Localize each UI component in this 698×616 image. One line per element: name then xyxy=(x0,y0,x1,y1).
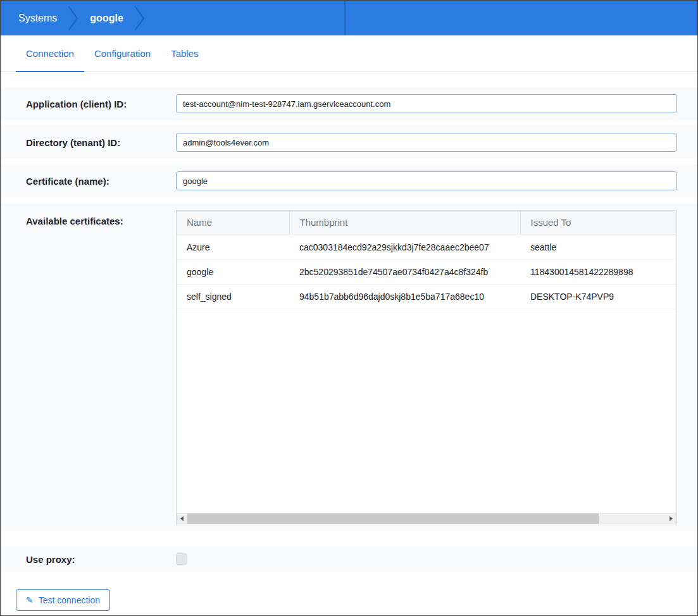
tab-bar: Connection Configuration Tables xyxy=(1,35,697,72)
form-row-directory-tenant-id: Directory (tenant) ID: xyxy=(1,126,697,159)
scroll-left-icon[interactable] xyxy=(177,514,187,524)
certificates-header-row: Name Thumbprint Issued To xyxy=(177,211,676,235)
header-divider xyxy=(344,1,346,35)
cell-issued-to[interactable]: 118430014581422289898 xyxy=(520,259,676,284)
form-row-available-certificates: Available certificates: Name Thumbprint … xyxy=(1,203,697,531)
tab-configuration[interactable]: Configuration xyxy=(84,35,161,72)
connection-form: Application (client) ID: Directory (tena… xyxy=(1,72,697,611)
tab-tables[interactable]: Tables xyxy=(161,35,208,72)
certificate-row-self-signed[interactable]: self_signed 94b51b7abb6d96dajd0skj8b1e5b… xyxy=(177,284,676,309)
cell-thumbprint[interactable]: cac0303184ecd92a29sjkkd3j7fe28caaec2bee0… xyxy=(289,235,520,259)
breadcrumb-chevron-icon xyxy=(134,4,146,33)
scroll-right-icon[interactable] xyxy=(666,514,676,524)
directory-tenant-id-label: Directory (tenant) ID: xyxy=(26,137,176,148)
scrollbar-track[interactable] xyxy=(187,514,666,524)
breadcrumb-google-label: google xyxy=(90,13,123,23)
system-connection-window: Systems google Connection Configuration … xyxy=(0,0,698,616)
scrollbar-thumb[interactable] xyxy=(187,514,599,524)
cell-name[interactable]: self_signed xyxy=(177,284,289,309)
certificate-name-label: Certificate (name): xyxy=(26,176,176,187)
column-header-name[interactable]: Name xyxy=(177,211,289,235)
header: Systems google xyxy=(1,1,697,35)
certificate-row-azure[interactable]: Azure cac0303184ecd92a29sjkkd3j7fe28caae… xyxy=(177,235,676,259)
form-row-use-proxy: Use proxy: xyxy=(1,546,697,572)
cell-thumbprint[interactable]: 94b51b7abb6d96dajd0skj8b1e5ba717a68ec10 xyxy=(289,284,520,309)
column-header-thumbprint[interactable]: Thumbprint xyxy=(289,211,520,235)
breadcrumb-chevron-icon xyxy=(67,4,80,33)
cell-name[interactable]: google xyxy=(177,259,289,284)
horizontal-scrollbar[interactable] xyxy=(177,513,676,524)
test-connection-label: Test connection xyxy=(39,595,100,605)
breadcrumb-google[interactable]: google xyxy=(86,13,127,24)
cell-issued-to[interactable]: DESKTOP-K74PVP9 xyxy=(520,284,676,309)
certificate-row-google[interactable]: google 2bc520293851de74507ae0734f0427a4c… xyxy=(177,259,676,284)
cell-issued-to[interactable]: seattle xyxy=(520,235,676,259)
breadcrumb-systems[interactable]: Systems xyxy=(15,13,61,24)
test-connection-button[interactable]: ✎ Test connection xyxy=(16,589,110,611)
form-row-certificate-name: Certificate (name): xyxy=(1,164,697,197)
certificate-name-input[interactable] xyxy=(176,171,677,190)
tab-tables-label: Tables xyxy=(171,48,198,59)
app-client-id-label: Application (client) ID: xyxy=(26,99,176,109)
pencil-icon: ✎ xyxy=(26,596,34,605)
tab-connection[interactable]: Connection xyxy=(16,35,84,72)
footer: ✎ Test connection xyxy=(1,577,697,611)
breadcrumb-systems-label: Systems xyxy=(18,13,57,23)
cell-thumbprint[interactable]: 2bc520293851de74507ae0734f0427a4c8f324fb xyxy=(289,259,520,284)
column-header-issued-to[interactable]: Issued To xyxy=(520,211,676,235)
tab-configuration-label: Configuration xyxy=(94,48,151,59)
certificates-table-container: Name Thumbprint Issued To Azure cac03031… xyxy=(176,210,677,524)
form-row-app-client-id: Application (client) ID: xyxy=(1,87,697,120)
app-client-id-input[interactable] xyxy=(176,94,677,113)
certificates-table: Name Thumbprint Issued To Azure cac03031… xyxy=(177,211,676,309)
tab-connection-label: Connection xyxy=(26,48,74,59)
directory-tenant-id-input[interactable] xyxy=(176,133,677,152)
cell-name[interactable]: Azure xyxy=(177,235,289,259)
available-certificates-label: Available certificates: xyxy=(26,216,176,226)
use-proxy-label: Use proxy: xyxy=(26,554,176,565)
use-proxy-checkbox[interactable] xyxy=(176,553,187,565)
